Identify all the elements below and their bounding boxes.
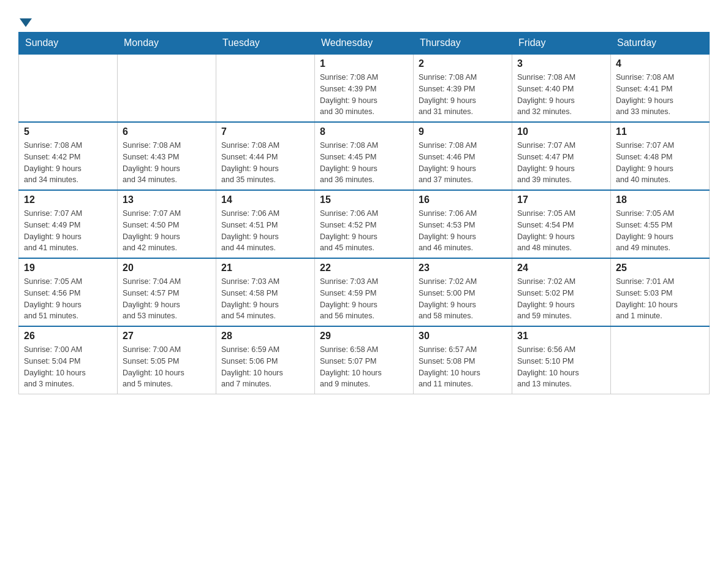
calendar-cell — [118, 54, 216, 122]
day-info: Sunrise: 7:05 AM Sunset: 4:55 PM Dayligh… — [616, 208, 704, 254]
calendar-cell: 26Sunrise: 7:00 AM Sunset: 5:04 PM Dayli… — [19, 326, 118, 394]
calendar-cell: 2Sunrise: 7:08 AM Sunset: 4:39 PM Daylig… — [414, 54, 512, 122]
day-info: Sunrise: 7:03 AM Sunset: 4:59 PM Dayligh… — [320, 276, 408, 322]
day-number: 26 — [24, 331, 112, 342]
calendar-cell: 5Sunrise: 7:08 AM Sunset: 4:42 PM Daylig… — [19, 122, 118, 190]
day-info: Sunrise: 7:08 AM Sunset: 4:45 PM Dayligh… — [320, 140, 408, 186]
calendar-cell: 13Sunrise: 7:07 AM Sunset: 4:50 PM Dayli… — [118, 190, 216, 258]
calendar-cell — [216, 54, 315, 122]
day-number: 10 — [517, 126, 605, 137]
week-row-2: 5Sunrise: 7:08 AM Sunset: 4:42 PM Daylig… — [19, 122, 710, 190]
day-info: Sunrise: 7:06 AM Sunset: 4:52 PM Dayligh… — [320, 208, 408, 254]
day-number: 23 — [419, 262, 507, 274]
calendar-cell: 14Sunrise: 7:06 AM Sunset: 4:51 PM Dayli… — [216, 190, 315, 258]
calendar-cell: 23Sunrise: 7:02 AM Sunset: 5:00 PM Dayli… — [414, 258, 512, 326]
day-info: Sunrise: 7:07 AM Sunset: 4:49 PM Dayligh… — [24, 208, 112, 254]
day-number: 14 — [221, 194, 309, 205]
day-number: 13 — [123, 194, 211, 205]
calendar-cell: 30Sunrise: 6:57 AM Sunset: 5:08 PM Dayli… — [414, 326, 512, 394]
day-info: Sunrise: 7:05 AM Sunset: 4:56 PM Dayligh… — [24, 276, 112, 322]
calendar-cell: 21Sunrise: 7:03 AM Sunset: 4:58 PM Dayli… — [216, 258, 315, 326]
logo-arrow-icon — [20, 18, 32, 27]
day-info: Sunrise: 6:57 AM Sunset: 5:08 PM Dayligh… — [419, 344, 507, 390]
day-info: Sunrise: 7:08 AM Sunset: 4:41 PM Dayligh… — [616, 72, 704, 118]
calendar-cell — [19, 54, 118, 122]
calendar-cell: 12Sunrise: 7:07 AM Sunset: 4:49 PM Dayli… — [19, 190, 118, 258]
calendar-cell: 1Sunrise: 7:08 AM Sunset: 4:39 PM Daylig… — [315, 54, 414, 122]
day-info: Sunrise: 7:03 AM Sunset: 4:58 PM Dayligh… — [221, 276, 309, 322]
day-number: 28 — [221, 331, 309, 342]
day-number: 18 — [616, 194, 704, 205]
day-info: Sunrise: 7:08 AM Sunset: 4:40 PM Dayligh… — [517, 72, 605, 118]
day-number: 20 — [123, 262, 211, 274]
day-info: Sunrise: 6:58 AM Sunset: 5:07 PM Dayligh… — [320, 344, 408, 390]
day-info: Sunrise: 7:08 AM Sunset: 4:46 PM Dayligh… — [419, 140, 507, 186]
day-number: 4 — [616, 58, 704, 69]
calendar-cell: 27Sunrise: 7:00 AM Sunset: 5:05 PM Dayli… — [118, 326, 216, 394]
day-number: 1 — [320, 58, 408, 69]
calendar-cell: 22Sunrise: 7:03 AM Sunset: 4:59 PM Dayli… — [315, 258, 414, 326]
calendar-cell: 7Sunrise: 7:08 AM Sunset: 4:44 PM Daylig… — [216, 122, 315, 190]
day-headers-row: SundayMondayTuesdayWednesdayThursdayFrid… — [19, 33, 710, 55]
day-info: Sunrise: 7:08 AM Sunset: 4:43 PM Dayligh… — [123, 140, 211, 186]
day-number: 16 — [419, 194, 507, 205]
day-info: Sunrise: 6:56 AM Sunset: 5:10 PM Dayligh… — [517, 344, 605, 390]
day-number: 19 — [24, 262, 112, 274]
day-info: Sunrise: 7:06 AM Sunset: 4:51 PM Dayligh… — [221, 208, 309, 254]
calendar-table: SundayMondayTuesdayWednesdayThursdayFrid… — [18, 32, 710, 394]
day-number: 3 — [517, 58, 605, 69]
day-info: Sunrise: 7:07 AM Sunset: 4:50 PM Dayligh… — [123, 208, 211, 254]
week-row-3: 12Sunrise: 7:07 AM Sunset: 4:49 PM Dayli… — [19, 190, 710, 258]
day-info: Sunrise: 7:04 AM Sunset: 4:57 PM Dayligh… — [123, 276, 211, 322]
calendar-cell: 20Sunrise: 7:04 AM Sunset: 4:57 PM Dayli… — [118, 258, 216, 326]
day-info: Sunrise: 7:06 AM Sunset: 4:53 PM Dayligh… — [419, 208, 507, 254]
day-number: 5 — [24, 126, 112, 137]
day-header-monday: Monday — [118, 33, 216, 55]
day-number: 8 — [320, 126, 408, 137]
day-header-saturday: Saturday — [611, 33, 710, 55]
week-row-1: 1Sunrise: 7:08 AM Sunset: 4:39 PM Daylig… — [19, 54, 710, 122]
day-number: 12 — [24, 194, 112, 205]
calendar-cell: 28Sunrise: 6:59 AM Sunset: 5:06 PM Dayli… — [216, 326, 315, 394]
day-header-wednesday: Wednesday — [315, 33, 414, 55]
week-row-4: 19Sunrise: 7:05 AM Sunset: 4:56 PM Dayli… — [19, 258, 710, 326]
day-info: Sunrise: 7:00 AM Sunset: 5:04 PM Dayligh… — [24, 344, 112, 390]
calendar-cell: 4Sunrise: 7:08 AM Sunset: 4:41 PM Daylig… — [611, 54, 710, 122]
day-number: 9 — [419, 126, 507, 137]
day-number: 30 — [419, 331, 507, 342]
calendar-cell: 29Sunrise: 6:58 AM Sunset: 5:07 PM Dayli… — [315, 326, 414, 394]
page-header — [18, 12, 710, 26]
day-number: 27 — [123, 331, 211, 342]
day-info: Sunrise: 6:59 AM Sunset: 5:06 PM Dayligh… — [221, 344, 309, 390]
day-info: Sunrise: 7:02 AM Sunset: 5:00 PM Dayligh… — [419, 276, 507, 322]
calendar-cell: 19Sunrise: 7:05 AM Sunset: 4:56 PM Dayli… — [19, 258, 118, 326]
day-info: Sunrise: 7:01 AM Sunset: 5:03 PM Dayligh… — [616, 276, 704, 322]
calendar-cell: 8Sunrise: 7:08 AM Sunset: 4:45 PM Daylig… — [315, 122, 414, 190]
day-info: Sunrise: 7:08 AM Sunset: 4:39 PM Dayligh… — [320, 72, 408, 118]
day-info: Sunrise: 7:02 AM Sunset: 5:02 PM Dayligh… — [517, 276, 605, 322]
calendar-cell: 18Sunrise: 7:05 AM Sunset: 4:55 PM Dayli… — [611, 190, 710, 258]
logo — [18, 18, 32, 26]
day-number: 29 — [320, 331, 408, 342]
day-info: Sunrise: 7:05 AM Sunset: 4:54 PM Dayligh… — [517, 208, 605, 254]
calendar-cell: 16Sunrise: 7:06 AM Sunset: 4:53 PM Dayli… — [414, 190, 512, 258]
day-header-thursday: Thursday — [414, 33, 512, 55]
calendar-cell — [611, 326, 710, 394]
calendar-cell: 25Sunrise: 7:01 AM Sunset: 5:03 PM Dayli… — [611, 258, 710, 326]
calendar-cell: 15Sunrise: 7:06 AM Sunset: 4:52 PM Dayli… — [315, 190, 414, 258]
day-header-sunday: Sunday — [19, 33, 118, 55]
day-number: 11 — [616, 126, 704, 137]
day-info: Sunrise: 7:08 AM Sunset: 4:42 PM Dayligh… — [24, 140, 112, 186]
calendar-cell: 11Sunrise: 7:07 AM Sunset: 4:48 PM Dayli… — [611, 122, 710, 190]
day-number: 21 — [221, 262, 309, 274]
day-number: 7 — [221, 126, 309, 137]
calendar-cell: 31Sunrise: 6:56 AM Sunset: 5:10 PM Dayli… — [512, 326, 611, 394]
day-number: 2 — [419, 58, 507, 69]
calendar-cell: 10Sunrise: 7:07 AM Sunset: 4:47 PM Dayli… — [512, 122, 611, 190]
calendar-cell: 17Sunrise: 7:05 AM Sunset: 4:54 PM Dayli… — [512, 190, 611, 258]
day-number: 25 — [616, 262, 704, 274]
calendar-cell: 24Sunrise: 7:02 AM Sunset: 5:02 PM Dayli… — [512, 258, 611, 326]
day-number: 31 — [517, 331, 605, 342]
day-header-tuesday: Tuesday — [216, 33, 315, 55]
day-info: Sunrise: 7:08 AM Sunset: 4:44 PM Dayligh… — [221, 140, 309, 186]
